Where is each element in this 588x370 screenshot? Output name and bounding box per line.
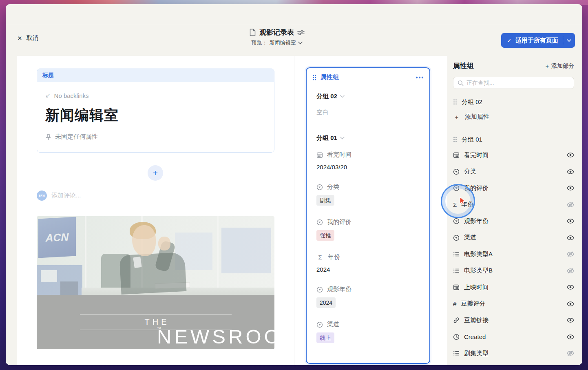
eye-open-icon[interactable] xyxy=(567,334,574,340)
comment-row[interactable]: ERYI 添加评论... xyxy=(37,191,81,201)
add-property-button[interactable]: + 添加属性 xyxy=(453,109,574,124)
drag-handle-icon[interactable] xyxy=(453,136,457,143)
sidebar-property-8[interactable]: 电影类型B xyxy=(453,263,574,279)
template-editor-modal: ✕ 取消 观影记录表 预览： 新闻编辑室 ✓ xyxy=(6,4,582,365)
sidebar-property-9[interactable]: 上映时间 xyxy=(453,279,574,296)
property-value[interactable]: 强推 xyxy=(316,230,420,241)
select-icon xyxy=(453,235,460,241)
eye-open-icon[interactable] xyxy=(567,169,574,175)
add-block-button[interactable]: + xyxy=(148,165,163,181)
group-02-header[interactable]: 分组 02 xyxy=(316,93,420,100)
eye-closed-icon[interactable] xyxy=(567,268,574,274)
sidebar-property-13[interactable]: 剧集类型 xyxy=(453,345,574,362)
sidebar-property-10[interactable]: #豆瓣评分 xyxy=(453,296,574,312)
group-02-empty-value: 空白 xyxy=(316,109,420,116)
properties-sidebar: 属性组 + 添加部分 分组 02 + 添加属性 xyxy=(447,56,582,365)
sidebar-property-11[interactable]: 豆瓣链接 xyxy=(453,312,574,329)
apply-button-label: 适用于所有页面 xyxy=(515,37,558,44)
select-icon xyxy=(316,321,323,328)
sidebar-property-4[interactable]: Σ年份 xyxy=(453,197,574,213)
property-value[interactable]: 2024 xyxy=(316,266,420,273)
sidebar-property-3[interactable]: 我的评价 xyxy=(453,180,574,197)
calendar-icon xyxy=(453,284,460,290)
document-icon xyxy=(249,29,256,36)
hand-shape xyxy=(158,237,170,250)
chevron-down-icon xyxy=(298,42,303,44)
eye-open-icon[interactable] xyxy=(567,301,574,307)
property-value[interactable]: 2024 xyxy=(316,297,420,308)
apply-to-all-pages-button[interactable]: ✓ 适用于所有页面 xyxy=(501,33,575,48)
button-divider xyxy=(563,36,563,44)
property-label[interactable]: Σ 年份 xyxy=(316,253,420,261)
plus-icon: + xyxy=(453,113,460,120)
sidebar-property-5[interactable]: 观影年份 xyxy=(453,213,574,230)
more-options-icon[interactable] xyxy=(416,76,424,79)
eye-closed-icon[interactable] xyxy=(567,251,574,257)
eye-open-icon[interactable] xyxy=(567,235,574,241)
head-shape xyxy=(132,225,156,256)
property-group-block[interactable]: 属性组 分组 02 空白 分组 01 xyxy=(306,67,430,364)
multiselect-icon xyxy=(453,350,460,357)
eye-closed-icon[interactable] xyxy=(567,350,574,357)
settings-sliders-icon[interactable] xyxy=(297,29,305,36)
sidebar-group-02[interactable]: 分组 02 xyxy=(453,95,574,109)
cover-title-band: THE NEWSROOM™ xyxy=(37,295,274,349)
property-label: 年份 xyxy=(461,201,473,208)
window-mullion xyxy=(217,216,219,295)
sidebar-property-12[interactable]: Created xyxy=(453,329,574,346)
cancel-label: 取消 xyxy=(27,34,39,42)
modal-header: ✕ 取消 观影记录表 预览： 新闻编辑室 ✓ xyxy=(6,25,582,55)
cancel-button[interactable]: ✕ 取消 xyxy=(17,34,39,42)
preview-page-selector[interactable]: 新闻编辑室 xyxy=(270,39,296,47)
tag: 强推 xyxy=(316,230,334,241)
cover-image-newsroom[interactable]: ACN THE NEWSROOM™ xyxy=(37,216,274,349)
drag-handle-icon[interactable] xyxy=(312,74,316,81)
eye-open-icon[interactable] xyxy=(567,317,574,323)
sidebar-property-6[interactable]: 渠道 xyxy=(453,230,574,246)
group-01-header[interactable]: 分组 01 xyxy=(316,134,420,142)
page-preview-area: 标题 ↙ No backlinks 新闻编辑室 未固定任何属性 xyxy=(17,56,447,365)
eye-open-icon[interactable] xyxy=(567,185,574,191)
template-title: 观影记录表 xyxy=(259,28,294,37)
multiselect-icon xyxy=(453,251,460,257)
search-icon xyxy=(458,80,464,86)
chevron-down-icon xyxy=(340,137,345,140)
sidebar-property-2[interactable]: 分类 xyxy=(453,164,574,180)
property-label[interactable]: 渠道 xyxy=(316,321,420,328)
property-value[interactable]: 线上 xyxy=(316,332,420,343)
property-group-title: 属性组 xyxy=(321,73,411,81)
drag-handle-icon[interactable] xyxy=(453,99,457,105)
backlinks-row[interactable]: ↙ No backlinks xyxy=(45,92,266,99)
property-value[interactable]: 2024/03/20 xyxy=(316,164,420,171)
property-search-box[interactable] xyxy=(453,77,574,89)
property-label: 豆瓣评分 xyxy=(461,300,485,308)
add-section-button[interactable]: + 添加部分 xyxy=(546,62,574,70)
sidebar-group-01[interactable]: 分组 01 xyxy=(453,132,574,147)
property-label[interactable]: 我的评价 xyxy=(316,218,420,226)
sidebar-property-7[interactable]: 电影类型A xyxy=(453,246,574,263)
eye-open-icon[interactable] xyxy=(567,152,574,158)
sidebar-property-1[interactable]: 看完时间 xyxy=(453,147,574,164)
property-label[interactable]: 看完时间 xyxy=(316,151,420,159)
header-title-group: 观影记录表 预览： 新闻编辑室 xyxy=(238,28,316,47)
property-label: 剧集类型 xyxy=(464,350,489,357)
property-label[interactable]: 分类 xyxy=(316,183,420,191)
number-icon: # xyxy=(453,300,456,307)
eye-open-icon[interactable] xyxy=(567,218,574,224)
title-block-card[interactable]: 标题 ↙ No backlinks 新闻编辑室 未固定任何属性 xyxy=(37,69,274,153)
calendar-icon xyxy=(453,152,460,158)
title-block-badge: 标题 xyxy=(37,69,274,82)
plus-icon: + xyxy=(153,168,158,178)
apply-dropdown-chevron-icon[interactable] xyxy=(567,39,571,42)
search-input[interactable] xyxy=(466,80,570,86)
eye-open-icon[interactable] xyxy=(567,284,574,290)
eye-closed-icon[interactable] xyxy=(567,202,574,208)
property-label[interactable]: 观影年份 xyxy=(316,286,420,293)
backlinks-label: No backlinks xyxy=(54,92,89,99)
property-label: 分类 xyxy=(464,168,476,175)
property-value[interactable]: 剧集 xyxy=(316,195,420,206)
property-label: 看完时间 xyxy=(464,151,489,159)
pinned-properties-row[interactable]: 未固定任何属性 xyxy=(45,133,266,141)
person-silhouette xyxy=(119,252,187,295)
select-icon xyxy=(316,184,323,191)
